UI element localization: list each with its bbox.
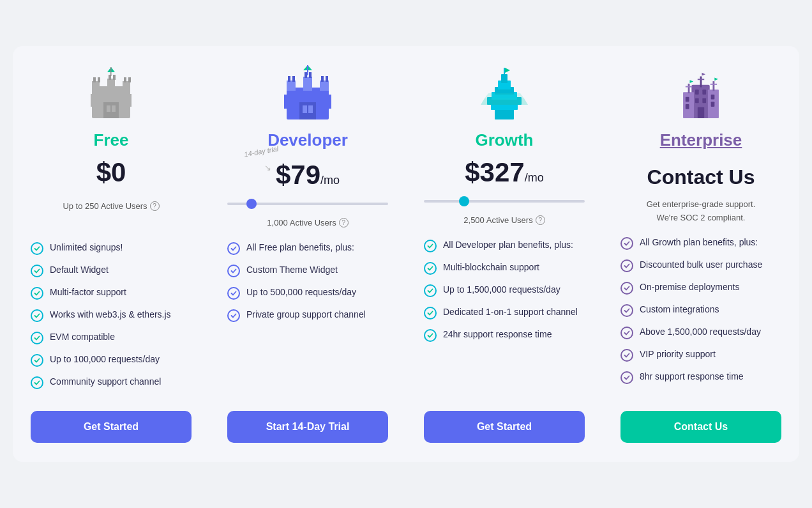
svg-rect-18 (284, 95, 290, 109)
growth-feature-0: All Developer plan benefits, plus: (424, 239, 585, 252)
svg-rect-24 (292, 76, 295, 82)
free-feature-4: EVM compatible (31, 331, 192, 344)
svg-rect-33 (307, 65, 308, 75)
enterprise-feature-4: Above 1,500,000 requests/day (620, 326, 781, 339)
developer-slider[interactable] (227, 203, 388, 205)
check-icon (620, 371, 633, 384)
svg-rect-19 (325, 95, 331, 109)
enterprise-feature-6: 8hr support response time (620, 371, 781, 384)
svg-rect-50 (712, 81, 714, 91)
developer-users-tooltip[interactable]: ? (339, 218, 349, 227)
plan-growth: Growth $327/mo 2,500 Active Users ? All … (406, 46, 603, 462)
free-cta-button[interactable]: Get Started (31, 411, 192, 443)
check-icon (31, 287, 43, 300)
growth-slider[interactable] (424, 200, 585, 203)
free-feature-6: Community support channel (31, 376, 192, 389)
svg-rect-53 (698, 79, 704, 80)
check-icon (31, 309, 43, 322)
svg-marker-65 (714, 77, 718, 81)
svg-rect-56 (711, 95, 715, 100)
svg-rect-22 (320, 81, 329, 91)
svg-rect-30 (303, 105, 307, 113)
check-icon (424, 307, 437, 319)
enterprise-icon (672, 65, 730, 123)
check-icon (620, 282, 633, 295)
svg-rect-60 (695, 98, 699, 104)
free-price: $0 (96, 159, 126, 186)
free-active-users: Up to 250 Active Users ? (63, 201, 159, 211)
check-icon (424, 240, 437, 252)
check-icon (424, 329, 437, 342)
check-icon (620, 349, 633, 362)
growth-feature-1: Multi-blockchain support (424, 261, 585, 275)
developer-price-wrapper: 14-day trial ↘ $79/mo (276, 162, 340, 191)
plan-free: Free $0 Up to 250 Active Users ? Unlimit… (13, 46, 209, 462)
developer-feature-2: Up to 500,000 requests/day (227, 286, 388, 300)
svg-rect-55 (686, 104, 689, 109)
enterprise-feature-0: All Growth plan benefits, plus: (620, 236, 781, 250)
free-feature-3: Works with web3.js & ethers.js (31, 309, 192, 322)
svg-rect-14 (112, 105, 116, 112)
svg-rect-13 (107, 105, 110, 112)
free-feature-2: Multi-factor support (31, 286, 192, 300)
enterprise-subtitle: Get enterprise-grade support.We're SOC 2… (647, 198, 756, 225)
enterprise-feature-1: Discounted bulk user purchase (620, 259, 781, 272)
svg-rect-10 (124, 77, 126, 82)
check-icon (31, 354, 43, 367)
growth-cta-button[interactable]: Get Started (424, 411, 585, 443)
svg-rect-23 (288, 76, 290, 82)
plan-name-free: Free (94, 130, 129, 150)
free-feature-5: Up to 100,000 requests/day (31, 353, 192, 367)
svg-rect-52 (710, 84, 717, 85)
svg-marker-41 (481, 98, 528, 105)
enterprise-contact-us: Contact Us (647, 165, 755, 189)
free-price-wrapper: $0 (96, 159, 126, 189)
check-icon (227, 287, 240, 300)
svg-rect-20 (287, 81, 296, 91)
growth-icon (476, 65, 533, 123)
developer-active-users: 1,000 Active Users ? (267, 218, 348, 227)
svg-rect-57 (711, 102, 715, 107)
svg-rect-29 (299, 102, 316, 119)
svg-rect-48 (688, 84, 690, 93)
trial-arrow: ↘ (264, 163, 271, 173)
developer-price: $79/mo (276, 162, 340, 189)
growth-active-users: 2,500 Active Users ? (463, 215, 545, 225)
svg-rect-59 (702, 89, 706, 95)
svg-marker-63 (689, 80, 693, 83)
check-icon (424, 262, 437, 275)
growth-feature-3: Dedicated 1-on-1 support channel (424, 306, 585, 319)
free-users-tooltip[interactable]: ? (150, 201, 160, 211)
svg-rect-25 (304, 72, 307, 78)
svg-rect-49 (700, 77, 702, 88)
plan-developer: Developer 14-day trial ↘ $79/mo 1,000 Ac… (209, 46, 406, 462)
developer-icon (279, 65, 336, 123)
growth-feature-2: Up to 1,500,000 requests/day (424, 284, 585, 297)
growth-features: All Developer plan benefits, plus: Multi… (424, 239, 585, 411)
free-feature-1: Default Widget (31, 264, 192, 277)
check-icon (31, 376, 43, 389)
free-features: Unlimited signups! Default Widget Multi-… (31, 242, 192, 398)
enterprise-feature-3: Custom integrations (620, 304, 781, 317)
plan-name-developer: Developer (267, 130, 348, 150)
svg-rect-61 (702, 98, 706, 104)
growth-price: $327/mo (465, 159, 543, 186)
enterprise-feature-2: On-premise deployments (620, 281, 781, 295)
check-icon (227, 309, 240, 322)
svg-rect-51 (686, 86, 692, 88)
free-icon (82, 65, 140, 123)
check-icon (227, 242, 240, 255)
enterprise-feature-5: VIP priority support (620, 348, 781, 362)
check-icon (424, 284, 437, 297)
check-icon (620, 259, 633, 272)
growth-users-tooltip[interactable]: ? (536, 215, 545, 225)
svg-rect-58 (695, 89, 699, 95)
svg-rect-6 (93, 77, 96, 82)
pricing-grid: Free $0 Up to 250 Active Users ? Unlimit… (13, 46, 799, 462)
plan-name-enterprise: Enterprise (660, 130, 742, 150)
svg-rect-5 (123, 81, 130, 90)
svg-rect-2 (126, 94, 132, 107)
svg-rect-31 (308, 105, 313, 113)
enterprise-cta-button[interactable]: Contact Us (620, 411, 781, 443)
developer-cta-button[interactable]: Start 14-Day Trial (227, 411, 388, 443)
